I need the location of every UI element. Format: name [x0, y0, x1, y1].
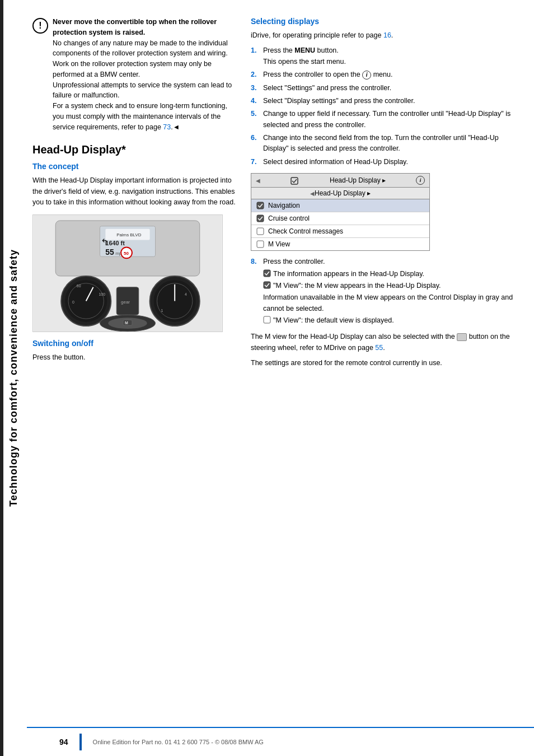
menu-header-row2: ◀ Head-Up Display ▸ — [251, 188, 429, 199]
sidebar-label: Technology for comfort, convenience and … — [8, 249, 20, 507]
svg-text:M: M — [125, 321, 128, 325]
svg-text:100: 100 — [99, 292, 105, 296]
svg-text:4: 4 — [185, 292, 187, 296]
svg-text:↰: ↰ — [101, 238, 108, 248]
svg-text:0: 0 — [72, 301, 74, 305]
menu-item-mview: M View — [251, 238, 429, 250]
right-column: Selecting displays iDrive, for operating… — [251, 17, 523, 374]
step8-sub2: "M View": the M view appears in the Head… — [273, 281, 441, 291]
mview-item-label: M View — [268, 240, 290, 248]
step8-sub4: "M View": the default view is displayed. — [273, 315, 394, 326]
selecting-intro: iDrive, for operating principle refer to… — [251, 30, 523, 41]
step8-sub3: Information unavailable in the M view ap… — [263, 292, 523, 314]
menu-item-navigation: Navigation — [251, 199, 429, 212]
svg-rect-34 — [257, 241, 264, 248]
page-link-16[interactable]: 16 — [383, 31, 391, 39]
warning-icon: ! — [32, 18, 48, 34]
info-circle-icon: i — [416, 176, 425, 185]
step-6: 6. Change into the second field from the… — [251, 133, 523, 155]
svg-rect-33 — [257, 228, 264, 235]
nav-item-label: Navigation — [268, 202, 300, 209]
svg-rect-30 — [291, 178, 298, 184]
menu-header1-icon — [291, 176, 299, 185]
page-link-55[interactable]: 55 — [375, 344, 383, 352]
svg-text:1: 1 — [161, 309, 163, 313]
step-2: 2. Press the controller to open the i me… — [251, 69, 523, 80]
svg-text:1640 ft: 1640 ft — [105, 240, 125, 247]
step-5: 5. Change to upper field if necessary. T… — [251, 109, 523, 130]
warning-box: ! Never move the convertible top when th… — [32, 17, 240, 132]
step-1: 1. Press the MENU button.This opens the … — [251, 45, 523, 67]
cruise-item-label: Cruise control — [268, 214, 310, 222]
concept-text: With the Head-Up Display important infor… — [32, 175, 240, 208]
two-column-layout: ! Never move the convertible top when th… — [32, 17, 523, 374]
closing-text2: The settings are stored for the remote c… — [251, 358, 523, 368]
svg-rect-31 — [257, 202, 264, 209]
steps-list: 1. Press the MENU button.This opens the … — [251, 45, 523, 167]
checkbox-check-control-icon — [256, 227, 265, 236]
footer-blue-bar — [79, 734, 82, 750]
menu-item-cruise: Cruise control — [251, 212, 429, 225]
concept-title: The concept — [32, 162, 240, 171]
svg-rect-35 — [264, 270, 270, 277]
sidebar-bar — [0, 0, 3, 756]
switching-title: Switching on/off — [32, 339, 240, 348]
step-3: 3. Select "Settings" and press the contr… — [251, 83, 523, 94]
checkmark-navigation-icon — [256, 201, 265, 210]
switching-section: Switching on/off Press the button. — [32, 339, 240, 363]
main-content: ! Never move the convertible top when th… — [27, 0, 534, 727]
svg-rect-36 — [264, 282, 270, 288]
svg-rect-37 — [264, 316, 270, 323]
footer-text: Online Edition for Part no. 01 41 2 600 … — [93, 739, 264, 745]
svg-text:50: 50 — [124, 251, 129, 256]
check-control-item-label: Check Control messages — [268, 227, 343, 235]
warning-text: Never move the convertible top when the … — [53, 17, 240, 132]
i-icon: i — [362, 71, 371, 80]
page-container: Technology for comfort, convenience and … — [0, 0, 534, 756]
step8-sub1: The information appears in the Head-Up D… — [273, 269, 424, 279]
checkmark-cruise-icon — [256, 214, 265, 223]
checkmark-sub2-icon — [263, 281, 271, 289]
page-number: 94 — [59, 738, 68, 746]
checkmark-sub1-icon — [263, 269, 271, 277]
svg-text:60: 60 — [77, 284, 81, 288]
selecting-displays-title: Selecting displays — [251, 17, 523, 26]
menu-item-check-control: Check Control messages — [251, 225, 429, 238]
m-button-icon — [457, 333, 467, 341]
step-7: 7. Select desired information of Head-Up… — [251, 157, 523, 167]
car-image: Palms BLVD 1640 ft 55 mph 50 ↰ — [32, 214, 223, 332]
svg-text:Palms BLVD: Palms BLVD — [116, 232, 142, 237]
menu-header-row1: ◀ Head-Up Display ▸ i — [251, 174, 429, 188]
steps-list-8: 8. Press the controller. The information… — [251, 256, 523, 326]
switching-text: Press the button. — [32, 352, 240, 363]
head-up-display-title: Head-Up Display* — [32, 143, 240, 156]
menu-header1-text: Head-Up Display ▸ — [330, 176, 386, 184]
step-4: 4. Select "Display settings" and press t… — [251, 96, 523, 106]
left-arrow-icon: ◀ — [256, 178, 260, 184]
menu-display: ◀ Head-Up Display ▸ i ◀ — [251, 173, 430, 251]
svg-text:gear: gear — [121, 300, 130, 305]
left-column: ! Never move the convertible top when th… — [32, 17, 240, 374]
closing-text1: The M view for the Head-Up Display can a… — [251, 332, 523, 353]
svg-rect-32 — [257, 215, 264, 222]
menu-header2-text: Head-Up Display ▸ — [315, 189, 371, 197]
checkbox-mview-icon — [256, 240, 265, 249]
left-arrow2-icon: ◀ — [310, 190, 315, 197]
footer: 94 Online Edition for Part no. 01 41 2 6… — [27, 727, 534, 756]
svg-text:55: 55 — [105, 248, 114, 257]
sidebar: Technology for comfort, convenience and … — [0, 0, 27, 756]
checkbox-sub4-icon — [263, 316, 271, 324]
step-8: 8. Press the controller. The information… — [251, 256, 523, 326]
